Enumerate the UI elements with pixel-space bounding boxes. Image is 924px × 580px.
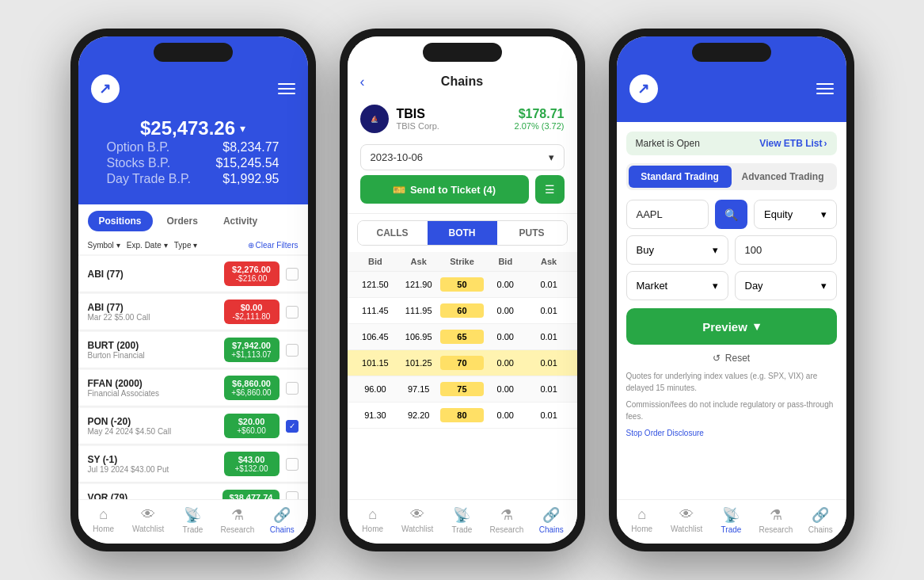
tab-standard[interactable]: Standard Trading: [629, 166, 732, 188]
table-row[interactable]: 101.15 101.25 70 0.00 0.01: [348, 350, 577, 376]
nav-trade-label: Trade: [721, 525, 742, 534]
ask2: 0.01: [527, 384, 571, 394]
menu-button[interactable]: [816, 83, 834, 94]
logo: ↗: [629, 74, 658, 103]
menu-button[interactable]: [278, 83, 295, 94]
position-checkbox[interactable]: [286, 306, 298, 319]
nav-trade[interactable]: 📡 Trade: [444, 506, 479, 534]
table-row[interactable]: PON (-20) May 24 2024 $4.50 Call $20.00 …: [78, 408, 308, 445]
back-button[interactable]: ‹: [360, 74, 365, 90]
nav-watchlist[interactable]: 👁 Watchlist: [669, 506, 704, 534]
research-icon: ⚗: [500, 506, 513, 524]
nav-chains[interactable]: 🔗 Chains: [264, 506, 299, 534]
ordertype-value: Market: [637, 280, 668, 292]
nav-chains[interactable]: 🔗 Chains: [803, 506, 838, 534]
position-checkbox[interactable]: [286, 344, 298, 357]
nav-home-label: Home: [631, 525, 652, 533]
chains-filter-btn[interactable]: ☰: [535, 175, 565, 204]
preview-button[interactable]: Preview ▾: [626, 308, 837, 345]
ticker-input[interactable]: AAPL: [626, 200, 709, 229]
table-row[interactable]: BURT (200) Burton Financial $7,942.00 +$…: [78, 332, 308, 368]
position-checkbox[interactable]: [286, 491, 298, 499]
position-checkbox[interactable]: [286, 268, 298, 280]
expdate-filter[interactable]: Exp. Date ▾: [127, 241, 168, 250]
type-filter[interactable]: Type ▾: [174, 241, 198, 250]
date-picker[interactable]: 2023-10-06 ▾: [360, 144, 565, 170]
nav-watchlist[interactable]: 👁 Watchlist: [400, 506, 435, 534]
table-row[interactable]: ABI (77) Mar 22 $5.00 Call $0.00 -$2,111…: [78, 294, 308, 330]
table-row[interactable]: SY (-1) Jul 19 2024 $43.00 Put $43.00 +$…: [78, 446, 308, 483]
nav-trade[interactable]: 📡 Trade: [713, 506, 748, 534]
bid1: 121.50: [354, 280, 397, 289]
nav-research[interactable]: ⚗ Research: [220, 506, 255, 534]
nav-watchlist[interactable]: 👁 Watchlist: [131, 506, 165, 534]
send-to-ticket-btn[interactable]: 🎫 Send to Ticket (4): [360, 175, 529, 204]
action-select[interactable]: Buy ▾: [626, 235, 728, 265]
quantity-input[interactable]: 100: [735, 235, 837, 265]
equity-select[interactable]: Equity ▾: [754, 200, 837, 229]
nav-home[interactable]: ⌂ Home: [356, 506, 390, 534]
pnl-badge: $2,276.00 -$216.00: [224, 261, 279, 286]
positions-tabs: Positions Orders Activity: [78, 204, 308, 238]
nav-research[interactable]: ⚗ Research: [489, 506, 524, 534]
nav-home[interactable]: ⌂ Home: [625, 506, 660, 534]
duration-select[interactable]: Day ▾: [735, 271, 837, 300]
table-row[interactable]: FFAN (2000) Financial Associates $6,860.…: [78, 370, 308, 406]
strike: 65: [440, 330, 484, 344]
table-row[interactable]: ABI (77) $2,276.00 -$216.00: [78, 256, 308, 292]
preview-caret: ▾: [754, 319, 760, 334]
pnl-badge: $6,860.00 +$6,860.00: [224, 376, 279, 400]
disclaimer-1: Quotes for underlying index values (e.g.…: [626, 370, 837, 394]
bid2: 0.00: [484, 280, 527, 289]
nav-home[interactable]: ⌂ Home: [86, 506, 121, 534]
nav-chains[interactable]: 🔗 Chains: [534, 506, 568, 534]
symbol-filter[interactable]: Symbol ▾: [88, 241, 120, 250]
stop-order-anchor[interactable]: Stop Order Disclosure: [626, 429, 704, 437]
stop-order-link[interactable]: Stop Order Disclosure: [626, 427, 837, 439]
reset-button[interactable]: ↺ Reset: [626, 353, 837, 364]
nav-watchlist-label: Watchlist: [132, 525, 164, 533]
tab-orders[interactable]: Orders: [156, 211, 209, 231]
phone-trading: ↗ Market is Open View ETB List ›: [609, 29, 854, 551]
nav-research[interactable]: ⚗ Research: [759, 506, 793, 534]
nav-trade[interactable]: 📡 Trade: [175, 506, 210, 534]
ask1: 121.90: [397, 280, 440, 289]
type-caret: ▾: [193, 241, 197, 250]
research-icon: ⚗: [770, 506, 782, 524]
puts-btn[interactable]: PUTS: [497, 221, 567, 245]
ordertype-select[interactable]: Market ▾: [626, 271, 728, 300]
bid2: 0.00: [484, 358, 527, 368]
position-sub: Financial Associates: [88, 389, 160, 398]
table-row[interactable]: 121.50 121.90 50 0.00 0.01: [348, 272, 577, 298]
ticker-value: AAPL: [637, 208, 663, 220]
tab-positions[interactable]: Positions: [88, 211, 153, 231]
stock-logo-text: ⛵: [371, 116, 378, 123]
table-row[interactable]: VOR (79) $38,477.74: [78, 484, 308, 499]
bid1: 101.15: [354, 358, 397, 368]
position-checkbox[interactable]: ✓: [286, 420, 298, 433]
option-bp-value: $8,234.77: [222, 140, 279, 155]
clear-filters-label: Clear Filters: [256, 241, 298, 250]
table-row[interactable]: 91.30 92.20 80 0.00 0.01: [348, 403, 577, 429]
position-symbol: VOR (79): [88, 492, 128, 499]
table-row[interactable]: 111.45 111.95 60 0.00 0.01: [348, 298, 577, 324]
etb-link[interactable]: View ETB List ›: [759, 138, 827, 149]
table-row[interactable]: 106.45 106.95 65 0.00 0.01: [348, 324, 577, 350]
pnl-main: $20.00: [230, 417, 273, 426]
pnl-badge: $43.00 +$132.00: [224, 452, 279, 476]
calls-btn[interactable]: CALLS: [358, 221, 428, 245]
tab-activity[interactable]: Activity: [212, 211, 268, 231]
position-checkbox[interactable]: [286, 382, 298, 395]
market-status: Market is Open: [636, 138, 700, 149]
ask2: 0.01: [527, 410, 571, 420]
search-button[interactable]: 🔍: [715, 200, 747, 229]
stock-name: TBIS Corp.: [397, 121, 439, 131]
clear-filters-btn[interactable]: ⊕ Clear Filters: [248, 241, 298, 250]
reset-icon: ↺: [713, 353, 721, 364]
position-symbol: SY (-1): [88, 454, 169, 465]
phone-chains: ‹ Chains ⛵ TBIS TBIS Corp. $178.71 2.07%…: [340, 29, 585, 551]
tab-advanced[interactable]: Advanced Trading: [732, 166, 835, 188]
position-checkbox[interactable]: [286, 458, 298, 471]
table-row[interactable]: 96.00 97.15 75 0.00 0.01: [348, 376, 577, 403]
both-btn[interactable]: BOTH: [428, 221, 497, 245]
